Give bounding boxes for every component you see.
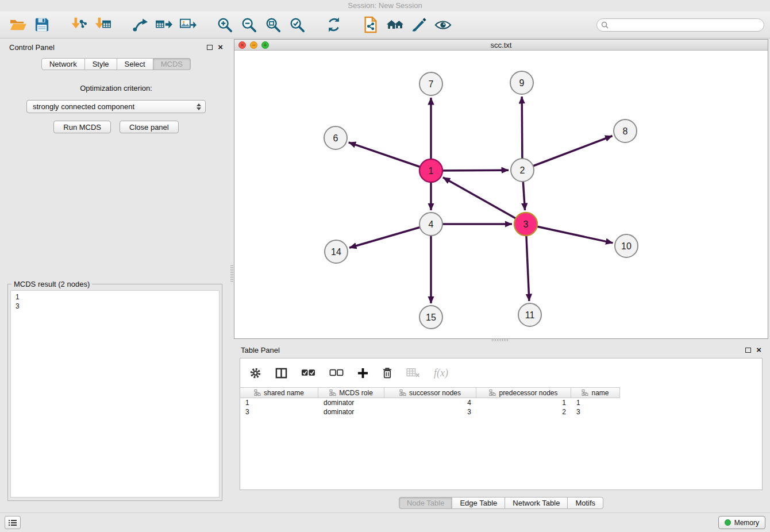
close-window-icon[interactable]: × (238, 41, 246, 49)
node-label: 14 (331, 247, 341, 257)
panels-menu-button[interactable] (5, 516, 21, 529)
export-network-button[interactable] (128, 14, 152, 36)
column-header-successor-nodes[interactable]: successor nodes (384, 387, 476, 398)
refresh-button[interactable] (322, 14, 346, 36)
tab-node-table[interactable]: Node Table (399, 497, 453, 509)
column-visibility-button[interactable] (275, 367, 287, 379)
add-row-button[interactable] (357, 368, 368, 379)
node-6[interactable]: 6 (324, 126, 347, 149)
node-2[interactable]: 2 (511, 159, 534, 182)
node-1[interactable]: 1 (419, 159, 442, 182)
table-cell[interactable]: 1 (476, 399, 571, 407)
function-builder-button[interactable]: f(x) (434, 367, 448, 379)
show-details-button[interactable] (431, 14, 455, 36)
run-mcds-button[interactable]: Run MCDS (53, 121, 111, 133)
zoom-in-button[interactable] (213, 14, 237, 36)
horizontal-splitter[interactable] (492, 338, 508, 341)
network-window: × – + scc.txt 7968124314101511 (234, 39, 768, 339)
edge-1-6[interactable] (349, 142, 431, 171)
edge-3-10[interactable] (526, 224, 613, 243)
open-session-button[interactable] (6, 14, 30, 36)
zoom-fit-button[interactable] (261, 14, 285, 36)
save-session-button[interactable] (30, 14, 54, 36)
node-7[interactable]: 7 (419, 72, 442, 95)
table-cell[interactable]: dominator (318, 408, 384, 416)
first-neighbors-button[interactable] (383, 14, 407, 36)
checked-boxes-icon (301, 369, 315, 377)
mcds-result-group: MCDS result (2 nodes) 1 3 (7, 284, 222, 501)
export-image-button[interactable] (176, 14, 200, 36)
memory-label: Memory (734, 519, 759, 527)
layout-brush-button[interactable] (407, 14, 431, 36)
edge-2-8[interactable] (522, 136, 613, 171)
delete-column-button[interactable] (406, 368, 420, 378)
node-9[interactable]: 9 (510, 71, 533, 94)
node-15[interactable]: 15 (419, 306, 442, 329)
panel-splitter[interactable] (230, 265, 233, 282)
tab-style[interactable]: Style (85, 58, 117, 70)
float-table-panel-icon[interactable] (745, 348, 751, 353)
network-window-title: scc.txt (491, 41, 512, 49)
node-10[interactable]: 10 (615, 234, 638, 257)
table-cell[interactable]: 1 (571, 399, 620, 407)
import-table-button[interactable] (91, 14, 115, 36)
tab-network-table[interactable]: Network Table (505, 497, 568, 509)
tab-mcds[interactable]: MCDS (153, 58, 191, 70)
node-label: 10 (621, 241, 632, 251)
search-input[interactable] (596, 18, 764, 32)
close-panel-icon[interactable]: × (218, 44, 223, 51)
node-14[interactable]: 14 (325, 240, 348, 263)
tab-motifs[interactable]: Motifs (568, 497, 603, 509)
node-11[interactable]: 11 (518, 303, 541, 326)
control-panel-title: Control Panel (9, 43, 55, 52)
table-cell[interactable]: 3 (384, 408, 476, 416)
column-header-name[interactable]: name (571, 387, 620, 398)
optimization-criterion-select[interactable]: strongly connected component (26, 100, 206, 113)
import-network-button[interactable] (67, 14, 91, 36)
export-table-button[interactable] (152, 14, 176, 36)
edge-4-14[interactable] (349, 224, 431, 248)
table-row[interactable]: 1dominator411 (240, 398, 762, 407)
tab-network[interactable]: Network (41, 58, 85, 70)
table-settings-button[interactable] (249, 367, 261, 379)
table-row[interactable]: 3dominator323 (240, 407, 762, 417)
node-8[interactable]: 8 (614, 119, 637, 142)
column-header-MCDS-role[interactable]: MCDS role (318, 387, 384, 398)
clipboard-share-button[interactable] (359, 14, 383, 36)
float-panel-icon[interactable] (207, 45, 213, 50)
app-title: Session: New Session (0, 0, 770, 11)
table-cell[interactable]: dominator (318, 399, 384, 407)
close-table-panel-icon[interactable]: × (756, 346, 761, 353)
column-header-predecessor-nodes[interactable]: predecessor nodes (476, 387, 571, 398)
maximize-window-icon[interactable]: + (261, 41, 269, 49)
node-label: 8 (623, 126, 628, 136)
minimize-window-icon[interactable]: – (250, 41, 257, 49)
tab-edge-table[interactable]: Edge Table (452, 497, 505, 509)
select-all-button[interactable] (301, 369, 315, 377)
delete-row-button[interactable] (382, 367, 392, 379)
result-item[interactable]: 1 (16, 292, 214, 302)
close-panel-button[interactable]: Close panel (120, 121, 179, 133)
table-cell[interactable]: 4 (384, 399, 476, 407)
column-header-shared-name[interactable]: shared name (240, 387, 318, 398)
node-label: 11 (525, 310, 535, 320)
table-cell[interactable]: 3 (240, 408, 318, 416)
table-cell[interactable]: 3 (571, 408, 620, 416)
edge-3-1[interactable] (443, 178, 526, 224)
export-image-icon (179, 17, 197, 33)
result-item[interactable]: 3 (16, 302, 214, 311)
network-canvas[interactable]: 7968124314101511 (234, 51, 768, 338)
column-tree-icon (329, 390, 336, 396)
table-cell[interactable]: 2 (476, 408, 571, 416)
deselect-all-button[interactable] (329, 369, 344, 377)
node-4[interactable]: 4 (419, 213, 442, 236)
node-3[interactable]: 3 (514, 213, 537, 236)
zoom-selected-button[interactable] (285, 14, 309, 36)
memory-button[interactable]: Memory (718, 516, 765, 529)
table-body: 1dominator4113dominator323 (240, 398, 762, 417)
network-graph[interactable]: 7968124314101511 (234, 51, 768, 338)
zoom-out-button[interactable] (237, 14, 261, 36)
memory-status-icon (725, 519, 731, 526)
table-cell[interactable]: 1 (240, 399, 318, 407)
tab-select[interactable]: Select (117, 58, 153, 70)
